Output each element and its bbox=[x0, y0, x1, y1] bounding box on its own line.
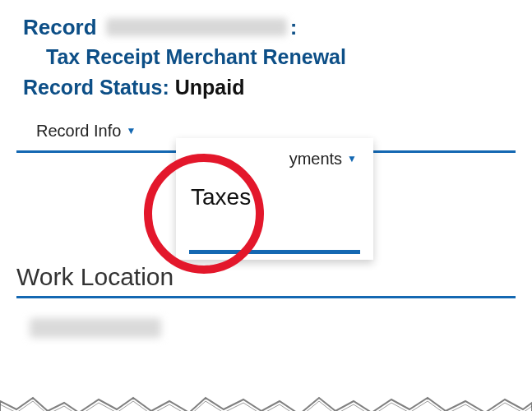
record-status-label: Record Status: bbox=[23, 76, 169, 99]
record-status-value: Unpaid bbox=[175, 76, 245, 99]
record-subtitle: Tax Receipt Merchant Renewal bbox=[46, 45, 532, 69]
caret-down-icon: ▼ bbox=[347, 153, 357, 164]
record-header: Record : bbox=[23, 15, 532, 40]
section-rule bbox=[16, 296, 516, 298]
caret-down-icon: ▼ bbox=[126, 125, 136, 136]
dropdown-underline bbox=[189, 250, 360, 254]
tab-record-info[interactable]: Record Info ▼ bbox=[36, 122, 136, 141]
tab-payments[interactable]: yments ▼ bbox=[176, 138, 373, 179]
record-number-redacted bbox=[106, 18, 287, 36]
work-location-redacted bbox=[30, 318, 161, 338]
page: Record : Tax Receipt Merchant Renewal Re… bbox=[0, 0, 532, 411]
dropdown-item-taxes[interactable]: Taxes bbox=[176, 179, 373, 222]
colon: : bbox=[290, 15, 298, 39]
section-work-location-title: Work Location bbox=[16, 263, 516, 291]
tab-payments-label: yments bbox=[289, 150, 342, 169]
tab-record-info-label: Record Info bbox=[36, 122, 121, 141]
torn-edge-icon bbox=[0, 386, 532, 411]
record-status: Record Status: Unpaid bbox=[23, 76, 532, 99]
payments-dropdown: yments ▼ Taxes bbox=[176, 138, 373, 260]
record-label: Record bbox=[23, 15, 97, 39]
